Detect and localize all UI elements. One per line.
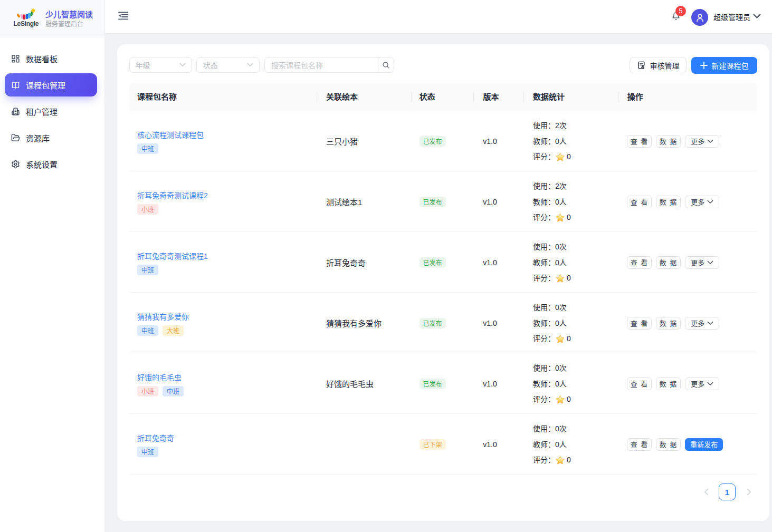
svg-text:LeSingle: LeSingle [13, 20, 39, 27]
